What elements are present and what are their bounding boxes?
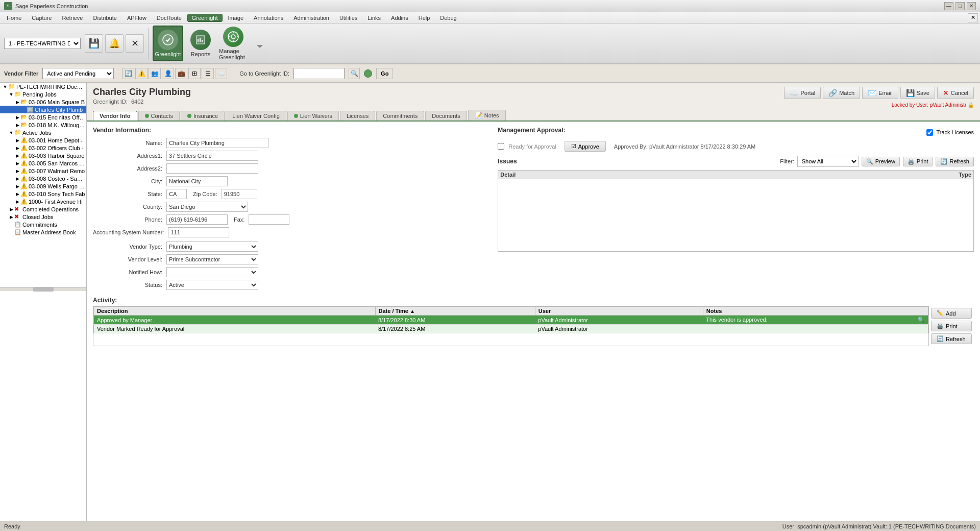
approval-row: Ready for Approval ☑ Approve Approved By… <box>498 141 974 152</box>
email-button[interactable]: ✉️ Email <box>862 87 898 99</box>
print-issues-button[interactable]: 🖨️ Print <box>903 157 933 166</box>
refresh-activity-button[interactable]: 🔄 Refresh <box>931 333 972 344</box>
tree-first-avenue[interactable]: ▶ ⚠️ 1000- First Avenue Hi <box>0 198 86 205</box>
phone-input[interactable] <box>166 214 228 225</box>
go-button[interactable]: Go <box>376 68 393 79</box>
menu-greenlight[interactable]: Greenlight <box>187 14 223 22</box>
vendor-level-select[interactable]: Prime Subcontractor <box>166 254 258 264</box>
tree-officers-club[interactable]: ▶ ⚠️ 03-002 Officers Club - <box>0 144 86 152</box>
activity-search-icon[interactable]: 🔍 <box>918 317 925 323</box>
cancel-button[interactable]: ✕ Cancel <box>937 87 974 99</box>
tab-contacts[interactable]: Contacts <box>138 111 180 120</box>
preview-button[interactable]: 🔍 Preview <box>862 157 900 166</box>
county-select[interactable]: San Diego <box>166 202 248 212</box>
menu-apflow[interactable]: APFlow <box>122 13 151 22</box>
acct-num-input[interactable] <box>168 227 229 237</box>
toolbar-greenlight-btn[interactable]: Greenlight <box>153 26 183 61</box>
maximize-btn[interactable]: □ <box>955 2 965 10</box>
datetime-sort-icon[interactable]: ▲ <box>410 308 415 314</box>
tab-documents[interactable]: Documents <box>425 111 467 120</box>
list-icon-btn[interactable]: ☰ <box>202 68 214 79</box>
tree-harbor-square[interactable]: ▶ ⚠️ 03-003 Harbor Square <box>0 152 86 159</box>
menu-docroute[interactable]: DocRoute <box>152 13 186 22</box>
tree-completed-ops[interactable]: ▶ ✖ Completed Operations <box>0 205 86 213</box>
ready-for-approval-checkbox[interactable] <box>498 143 504 150</box>
address2-input[interactable] <box>166 163 258 174</box>
tree-sony-tech[interactable]: ▶ ⚠️ 03-010 Sony Tech Fab <box>0 190 86 198</box>
tree-charles-city[interactable]: 🏢 Charles City Plumb <box>0 106 86 113</box>
minimize-btn[interactable]: — <box>944 2 953 10</box>
tree-root[interactable]: ▼ 📁 PE-TECHWRITING Documents <box>0 83 86 90</box>
address1-input[interactable] <box>166 151 258 161</box>
menu-annotations[interactable]: Annotations <box>249 13 288 22</box>
grid-icon-btn[interactable]: ⊞ <box>188 68 201 79</box>
issues-filter-select[interactable]: Show All Open Closed <box>797 156 859 167</box>
notified-how-select[interactable] <box>166 267 258 277</box>
save-button[interactable]: 💾 Save <box>900 87 935 99</box>
menu-capture[interactable]: Capture <box>27 13 56 22</box>
status-select[interactable]: Active <box>166 280 258 290</box>
approve-button[interactable]: ☑ Approve <box>565 141 606 152</box>
tree-home-depot[interactable]: ▶ ⚠️ 03-001 Home Depot - <box>0 136 86 144</box>
refresh-icon-btn[interactable]: 🔄 <box>122 68 134 79</box>
tab-lien-waivers[interactable]: Lien Waivers <box>287 111 339 120</box>
save-quick-btn[interactable]: 💾 <box>85 34 103 53</box>
alert-btn[interactable]: 🔔 <box>105 34 124 53</box>
user-icon-btn[interactable]: 👤 <box>162 68 174 79</box>
menu-debug[interactable]: Debug <box>435 13 461 22</box>
refresh-issues-button[interactable]: 🔄 Refresh <box>936 157 974 166</box>
fax-input[interactable] <box>249 214 289 225</box>
portal-button[interactable]: ☁️ Portal <box>784 87 821 99</box>
print-icon: 🖨️ <box>908 158 915 165</box>
state-input[interactable] <box>166 189 187 199</box>
greenlight-id-search-btn[interactable]: 🔍 <box>349 68 360 79</box>
toolbar-reports-btn[interactable]: Reports <box>185 26 216 61</box>
menu-retrieve[interactable]: Retrieve <box>57 13 87 22</box>
add-activity-button[interactable]: ✏️ Add <box>931 308 972 319</box>
doc-dropdown[interactable]: 1 - PE-TECHWRITING Documer <box>4 38 81 49</box>
name-input[interactable] <box>166 138 268 148</box>
tree-walmart[interactable]: ▶ ⚠️ 03-007 Walmart Remo <box>0 167 86 175</box>
tree-costco[interactable]: ▶ ⚠️ 03-008 Costco - San M <box>0 175 86 182</box>
menu-administration[interactable]: Administration <box>289 13 334 22</box>
briefcase-icon-btn[interactable]: 💼 <box>175 68 187 79</box>
menu-home[interactable]: Home <box>2 13 26 22</box>
tab-commitments[interactable]: Commitments <box>376 111 424 120</box>
tree-main-square[interactable]: ▶ 📂 03-006 Main Square B <box>0 98 86 106</box>
cancel-quick-btn[interactable]: ✕ <box>126 34 144 53</box>
close-panel-btn[interactable]: ✕ <box>968 13 978 22</box>
menu-help[interactable]: Help <box>414 13 435 22</box>
tree-active-jobs[interactable]: ▼ 📁 Active Jobs <box>0 129 86 136</box>
warning-icon-btn[interactable]: ⚠️ <box>135 68 148 79</box>
close-btn[interactable]: ✕ <box>967 2 976 10</box>
print-activity-button[interactable]: 🖨️ Print <box>931 321 972 331</box>
tab-licenses[interactable]: Licenses <box>340 111 375 120</box>
zip-input[interactable] <box>222 189 257 199</box>
cloud-icon-btn[interactable]: ☁️ <box>215 68 227 79</box>
menu-addins[interactable]: Addins <box>386 13 413 22</box>
city-input[interactable] <box>166 176 228 186</box>
tree-master-address[interactable]: 📋 Master Address Book <box>0 228 86 236</box>
vendor-type-select[interactable]: Plumbing <box>166 242 258 252</box>
greenlight-id-input[interactable] <box>293 68 345 79</box>
toolbar-manage-btn[interactable]: Manage Greenlight <box>218 26 249 61</box>
vendor-filter-select[interactable]: Active and Pending Active Pending All <box>42 68 114 79</box>
menu-utilities[interactable]: Utilities <box>335 13 362 22</box>
tree-mk-willough[interactable]: ▶ 📂 03-018 M.K. Willoughb <box>0 121 86 129</box>
people-icon-btn[interactable]: 👥 <box>149 68 161 79</box>
tree-san-marcos[interactable]: ▶ ⚠️ 03-005 San Marcos Cit <box>0 159 86 167</box>
tree-encinitas[interactable]: ▶ 📂 03-015 Encinitas Office <box>0 113 86 121</box>
tree-commitments[interactable]: 📋 Commitments <box>0 221 86 228</box>
tab-notes[interactable]: 📝 Notes <box>468 110 506 120</box>
tab-vendor-info[interactable]: Vendor Info <box>93 111 137 120</box>
tab-lien-waiver-config[interactable]: Lien Waiver Config <box>226 111 286 120</box>
menu-distribute[interactable]: Distribute <box>88 13 121 22</box>
tree-closed-jobs[interactable]: ▶ ✖ Closed Jobs <box>0 213 86 221</box>
menu-links[interactable]: Links <box>363 13 385 22</box>
track-licenses-checkbox[interactable] <box>926 129 933 136</box>
tree-pending-jobs[interactable]: ▼ 📁 Pending Jobs <box>0 90 86 98</box>
tab-insurance[interactable]: Insurance <box>181 111 225 120</box>
tree-wells-fargo[interactable]: ▶ ⚠️ 03-009 Wells Fargo Re <box>0 182 86 190</box>
menu-image[interactable]: Image <box>224 13 249 22</box>
match-button[interactable]: 🔗 Match <box>823 87 860 99</box>
